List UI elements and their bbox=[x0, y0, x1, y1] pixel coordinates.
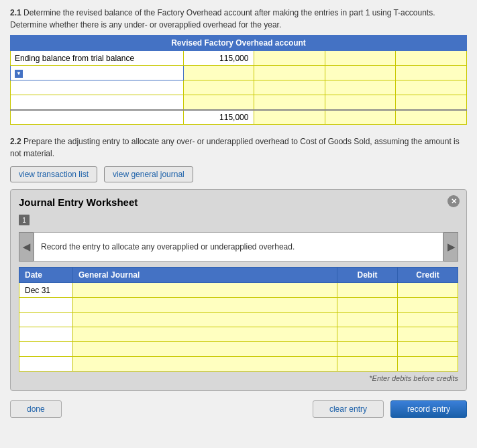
section-21-label: 2.1 Determine the revised balance of the… bbox=[10, 7, 467, 31]
row4-col3[interactable] bbox=[325, 95, 396, 110]
gj-cell-4[interactable] bbox=[73, 327, 337, 342]
debit-cell-2[interactable] bbox=[337, 298, 398, 313]
row2-label[interactable]: ▼ bbox=[11, 66, 184, 80]
done-button[interactable]: done bbox=[10, 400, 62, 418]
row5-col3 bbox=[325, 110, 396, 125]
table-row bbox=[19, 357, 458, 372]
date-cell-6[interactable] bbox=[19, 357, 73, 372]
debit-cell-1[interactable] bbox=[337, 283, 398, 298]
journal-worksheet: ✕ Journal Entry Worksheet 1 ◀ Record the… bbox=[10, 189, 467, 391]
dropdown-indicator: ▼ bbox=[15, 70, 23, 78]
worksheet-title: Journal Entry Worksheet bbox=[19, 197, 458, 208]
date-cell-3[interactable] bbox=[19, 313, 73, 327]
t-account-title: Revised Factory Overhead account bbox=[11, 36, 467, 51]
row3-debit[interactable] bbox=[183, 80, 254, 95]
right-buttons: clear entry record entry bbox=[313, 400, 467, 418]
row5-col4 bbox=[396, 110, 467, 125]
gj-cell-2[interactable] bbox=[73, 298, 337, 313]
table-row bbox=[19, 313, 458, 327]
journal-table: Date General Journal Debit Credit Dec 31 bbox=[19, 267, 458, 372]
gj-cell-5[interactable] bbox=[73, 342, 337, 357]
hint-text: *Enter debits before credits bbox=[19, 374, 458, 382]
row1-debit[interactable]: 115,000 bbox=[183, 51, 254, 66]
row1-col3[interactable] bbox=[325, 51, 396, 66]
debit-cell-6[interactable] bbox=[337, 357, 398, 372]
date-cell-2[interactable] bbox=[19, 298, 73, 313]
row5-debit: 115,000 bbox=[183, 110, 254, 125]
table-row: Dec 31 bbox=[19, 283, 458, 298]
view-journal-button[interactable]: view general journal bbox=[104, 166, 193, 182]
col-date: Date bbox=[19, 268, 73, 283]
col-general-journal: General Journal bbox=[73, 268, 337, 283]
credit-cell-5[interactable] bbox=[398, 342, 458, 357]
credit-cell-1[interactable] bbox=[398, 283, 458, 298]
credit-cell-6[interactable] bbox=[398, 357, 458, 372]
nav-row: ◀ Record the entry to allocate any overa… bbox=[19, 232, 458, 262]
gj-cell-6[interactable] bbox=[73, 357, 337, 372]
date-cell-5[interactable] bbox=[19, 342, 73, 357]
date-cell-1[interactable]: Dec 31 bbox=[19, 283, 73, 298]
bottom-buttons-row: done clear entry record entry bbox=[10, 400, 467, 418]
col-credit: Credit bbox=[398, 268, 458, 283]
row2-credit[interactable] bbox=[254, 66, 325, 80]
date-cell-4[interactable] bbox=[19, 327, 73, 342]
gj-cell-3[interactable] bbox=[73, 313, 337, 327]
table-row bbox=[19, 342, 458, 357]
row4-credit[interactable] bbox=[254, 95, 325, 110]
row2-col3[interactable] bbox=[325, 66, 396, 80]
row3-col4[interactable] bbox=[396, 80, 467, 95]
credit-cell-3[interactable] bbox=[398, 313, 458, 327]
row1-col4[interactable] bbox=[396, 51, 467, 66]
row5-label bbox=[11, 110, 184, 125]
section-21: 2.1 Determine the revised balance of the… bbox=[10, 7, 467, 125]
col-debit: Debit bbox=[337, 268, 398, 283]
row3-label[interactable] bbox=[11, 80, 184, 95]
row2-debit[interactable] bbox=[183, 66, 254, 80]
debit-cell-4[interactable] bbox=[337, 327, 398, 342]
action-buttons-row: view transaction list view general journ… bbox=[10, 166, 467, 182]
record-entry-button[interactable]: record entry bbox=[390, 400, 467, 418]
section-22-label: 2.2 Prepare the adjusting entry to alloc… bbox=[10, 135, 467, 160]
view-transaction-button[interactable]: view transaction list bbox=[10, 166, 97, 182]
credit-cell-2[interactable] bbox=[398, 298, 458, 313]
gj-cell-1[interactable] bbox=[73, 283, 337, 298]
table-row bbox=[19, 298, 458, 313]
row2-col4[interactable] bbox=[396, 66, 467, 80]
row3-col3[interactable] bbox=[325, 80, 396, 95]
next-arrow[interactable]: ▶ bbox=[443, 232, 458, 262]
table-row bbox=[19, 327, 458, 342]
row1-credit[interactable] bbox=[254, 51, 325, 66]
row4-label[interactable] bbox=[11, 95, 184, 110]
instruction-text: Record the entry to allocate any overapp… bbox=[34, 232, 443, 262]
clear-entry-button[interactable]: clear entry bbox=[313, 400, 384, 418]
row3-credit[interactable] bbox=[254, 80, 325, 95]
close-button[interactable]: ✕ bbox=[447, 195, 460, 207]
row4-debit[interactable] bbox=[183, 95, 254, 110]
row5-credit bbox=[254, 110, 325, 125]
credit-cell-4[interactable] bbox=[398, 327, 458, 342]
row1-label: Ending balance from trial balance bbox=[11, 51, 184, 66]
prev-arrow[interactable]: ◀ bbox=[19, 232, 34, 262]
page-indicator: 1 bbox=[19, 215, 30, 225]
row4-col4[interactable] bbox=[396, 95, 467, 110]
section-22: 2.2 Prepare the adjusting entry to alloc… bbox=[10, 135, 467, 160]
debit-cell-3[interactable] bbox=[337, 313, 398, 327]
debit-cell-5[interactable] bbox=[337, 342, 398, 357]
t-account-table: Revised Factory Overhead account Ending … bbox=[10, 35, 467, 125]
